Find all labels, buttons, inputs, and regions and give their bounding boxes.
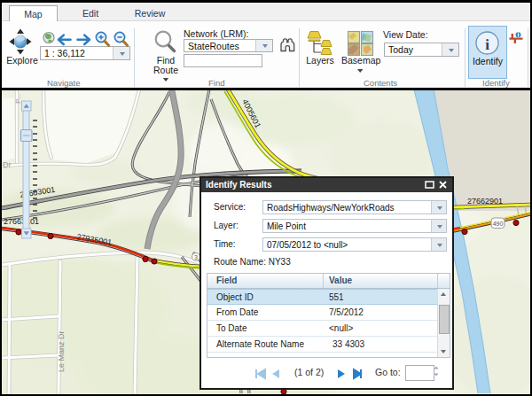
- svg-text:Dr: Dr: [3, 160, 12, 169]
- svg-text:490: 490: [493, 221, 504, 227]
- svg-text:P...: P...: [14, 94, 22, 104]
- svg-text:3: 3: [194, 254, 198, 260]
- svg-text:27662901: 27662901: [467, 197, 503, 206]
- svg-text:Le Manz Dr: Le Manz Dr: [57, 330, 66, 372]
